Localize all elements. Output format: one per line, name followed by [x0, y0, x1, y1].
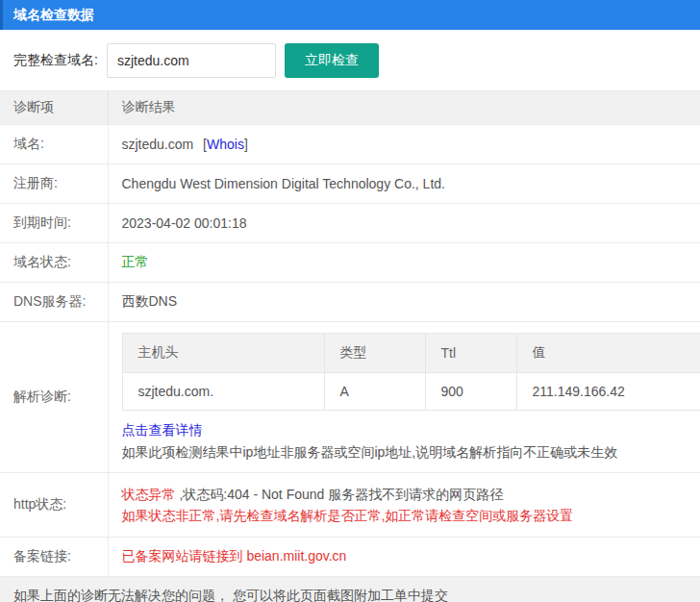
dns-records-table: 主机头 类型 Ttl 值 szjtedu.com. A 900 211.149.…: [122, 333, 700, 411]
row-resolution-value: 主机头 类型 Ttl 值 szjtedu.com. A 900 211.149.…: [108, 322, 700, 473]
row-beian-value: 已备案网站请链接到 beian.miit.gov.cn: [108, 538, 700, 577]
column-header-item: 诊断项: [0, 91, 108, 125]
domain-status-badge: 正常: [122, 254, 149, 269]
domain-value-text: szjtedu.com: [122, 137, 194, 152]
http-status-line: 状态异常 ,状态码:404 - Not Found 服务器找不到请求的网页路径: [122, 484, 700, 505]
row-domain-label: 域名:: [0, 125, 108, 164]
row-registrar-label: 注册商:: [0, 164, 108, 204]
row-domain-status-value: 正常: [108, 243, 700, 283]
domain-check-form: 完整检查域名: 立即检查: [0, 30, 700, 90]
row-expiry-label: 到期时间:: [0, 204, 108, 243]
footer-note: 如果上面的诊断无法解决您的问题， 您可以将此页面截图附加工单中提交: [0, 577, 700, 602]
dns-col-type: 类型: [324, 334, 425, 373]
column-header-result: 诊断结果: [108, 91, 700, 125]
diagnostics-table: 诊断项 诊断结果 域名: szjtedu.com [Whois] 注册商: Ch…: [0, 90, 700, 602]
dns-col-value: 值: [516, 334, 700, 373]
dns-record-host: szjtedu.com.: [122, 373, 324, 411]
row-domain-value: szjtedu.com [Whois]: [108, 125, 700, 164]
page-title: 域名检查数据: [13, 7, 94, 24]
row-beian: 备案链接: 已备案网站请链接到 beian.miit.gov.cn: [0, 538, 700, 577]
dns-record-ttl: 900: [425, 373, 516, 411]
row-dns-server: DNS服务器: 西数DNS: [0, 283, 700, 322]
domain-input-label: 完整检查域名:: [13, 52, 98, 69]
row-dns-server-value: 西数DNS: [108, 283, 700, 322]
panel-header: 域名检查数据: [0, 0, 700, 30]
check-now-button[interactable]: 立即检查: [285, 43, 379, 78]
row-resolution: 解析诊断: 主机头 类型 Ttl 值 szjtedu.com.: [0, 322, 700, 473]
row-beian-label: 备案链接:: [0, 538, 108, 577]
dns-records-header-row: 主机头 类型 Ttl 值: [122, 334, 700, 373]
row-footer-note: 如果上面的诊断无法解决您的问题， 您可以将此页面截图附加工单中提交: [0, 577, 700, 602]
row-expiry: 到期时间: 2023-04-02 00:01:18: [0, 204, 700, 243]
diagnostics-header-row: 诊断项 诊断结果: [0, 91, 700, 125]
row-expiry-value: 2023-04-02 00:01:18: [108, 204, 700, 243]
row-http-status-label: http状态:: [0, 473, 108, 538]
row-registrar: 注册商: Chengdu West Dimension Digital Tech…: [0, 164, 700, 204]
row-domain-status: 域名状态: 正常: [0, 243, 700, 283]
row-resolution-label: 解析诊断:: [0, 322, 108, 473]
http-status-detail: ,状态码:404 - Not Found 服务器找不到请求的网页路径: [176, 487, 504, 502]
dns-record-type: A: [324, 373, 425, 411]
row-domain: 域名: szjtedu.com [Whois]: [0, 125, 700, 164]
row-http-status: http状态: 状态异常 ,状态码:404 - Not Found 服务器找不到…: [0, 473, 700, 538]
whois-bracket-close: ]: [244, 137, 248, 152]
row-http-status-value: 状态异常 ,状态码:404 - Not Found 服务器找不到请求的网页路径 …: [108, 473, 700, 538]
resolution-note: 如果此项检测结果中ip地址非服务器或空间ip地址,说明域名解析指向不正确或未生效: [122, 444, 700, 462]
view-details-link[interactable]: 点击查看详情: [122, 422, 203, 439]
row-dns-server-label: DNS服务器:: [0, 283, 108, 322]
dns-col-ttl: Ttl: [425, 334, 516, 373]
dns-col-host: 主机头: [122, 334, 324, 373]
http-status-warning: 如果状态非正常,请先检查域名解析是否正常,如正常请检查空间或服务器设置: [122, 505, 700, 526]
http-status-badge: 状态异常: [122, 487, 176, 502]
beian-text: 已备案网站请链接到: [122, 548, 247, 564]
beian-link[interactable]: beian.miit.gov.cn: [246, 548, 346, 564]
dns-record-row: szjtedu.com. A 900 211.149.166.42: [122, 373, 700, 411]
row-registrar-value: Chengdu West Dimension Digital Technolog…: [108, 164, 700, 204]
dns-record-value: 211.149.166.42: [516, 373, 700, 411]
domain-input[interactable]: [107, 43, 276, 78]
whois-link[interactable]: Whois: [207, 137, 244, 152]
row-domain-status-label: 域名状态:: [0, 243, 108, 283]
